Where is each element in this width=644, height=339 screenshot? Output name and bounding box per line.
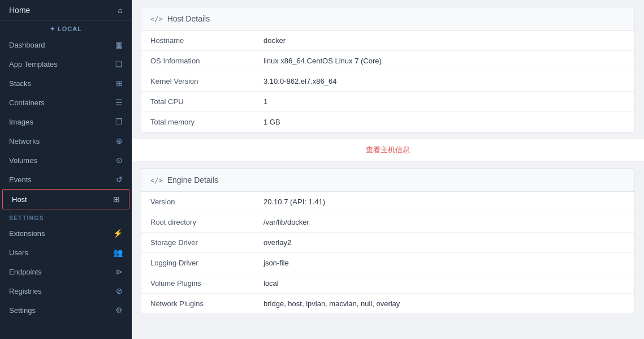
row-label: Network Plugins [141,294,254,314]
sidebar-item-label-registries: Registries [9,287,42,295]
engine-details-title: Engine Details [167,175,218,184]
sidebar-item-label-dashboard: Dashboard [9,41,45,49]
sidebar-item-label-events: Events [9,175,32,184]
row-value: bridge, host, ipvlan, macvlan, null, ove… [254,294,634,314]
endpoints-icon: ⊳ [116,267,123,276]
settings-icon: ⚙ [115,306,123,315]
engine-details-header: Engine Details [141,169,634,192]
table-row: Total memory 1 GB [141,112,634,132]
sidebar-item-label-endpoints: Endpoints [9,268,42,276]
sidebar-item-volumes[interactable]: Volumes ⊙ [0,151,132,170]
row-value: 3.10.0-862.el7.x86_64 [254,71,634,92]
layers-icon: ❏ [115,59,123,68]
sidebar-item-extensions[interactable]: Extensions ⚡ [0,224,132,243]
local-label: ✦ LOCAL [0,21,132,35]
row-value: 1 [254,92,634,112]
home-icon [118,6,123,15]
engine-details-icon [150,176,163,184]
view-host-link[interactable]: 查看主机信息 [132,139,644,161]
row-value: overlay2 [254,233,634,253]
row-value: docker [254,31,634,51]
row-value: 1 GB [254,112,634,132]
sidebar-item-label-settings: Settings [9,306,36,315]
table-row: Storage Driver overlay2 [141,233,634,253]
host-details-icon [150,15,163,23]
sidebar: Home ✦ LOCAL Dashboard ▦ App Templates ❏… [0,0,132,339]
settings-section-label: SETTINGS [0,209,132,224]
sidebar-item-label-host: Host [12,195,27,204]
table-row: Volume Plugins local [141,273,634,294]
sidebar-item-events[interactable]: Events ↺ [0,170,132,189]
event-icon: ↺ [116,175,123,184]
sidebar-item-images[interactable]: Images ❒ [0,112,132,131]
volume-icon: ⊙ [116,156,123,165]
table-row: Hostname docker [141,31,634,51]
sidebar-item-label-volumes: Volumes [9,156,37,165]
sidebar-item-endpoints[interactable]: Endpoints ⊳ [0,262,132,281]
table-row: OS Information linux x86_64 CentOS Linux… [141,51,634,71]
main-content: Host Details Hostname docker OS Informat… [132,0,644,339]
row-label: Kernel Version [141,71,254,92]
table-row: Kernel Version 3.10.0-862.el7.x86_64 [141,71,634,92]
row-value: /var/lib/docker [254,212,634,233]
row-value: json-file [254,253,634,273]
engine-details-card: Engine Details Version 20.10.7 (API: 1.4… [141,168,635,314]
sidebar-item-app-templates[interactable]: App Templates ❏ [0,54,132,74]
sidebar-item-label-extensions: Extensions [9,229,45,238]
sidebar-item-users[interactable]: Users 👥 [0,243,132,262]
sidebar-item-containers[interactable]: Containers ☰ [0,93,132,112]
sidebar-item-label-networks: Networks [9,137,40,145]
row-label: Logging Driver [141,253,254,273]
users-icon: 👥 [113,248,123,257]
ext-icon: ⚡ [113,229,123,238]
table-row: Root directory /var/lib/docker [141,212,634,233]
sidebar-item-registries[interactable]: Registries ⊘ [0,281,132,301]
host-icon: ⊞ [113,195,120,204]
table-row: Version 20.10.7 (API: 1.41) [141,192,634,212]
row-label: Storage Driver [141,233,254,253]
row-label: Total memory [141,112,254,132]
host-details-table: Hostname docker OS Information linux x86… [141,31,634,132]
row-label: Total CPU [141,92,254,112]
sidebar-item-host[interactable]: Host ⊞ [2,189,129,209]
container-icon: ☰ [115,98,123,107]
sidebar-item-label-images: Images [9,118,33,126]
sidebar-item-settings[interactable]: Settings ⚙ [0,301,132,320]
settings-nav: Extensions ⚡ Users 👥 Endpoints ⊳ Registr… [0,224,132,320]
image-icon: ❒ [115,117,123,126]
engine-details-table: Version 20.10.7 (API: 1.41) Root directo… [141,192,634,314]
stack-icon: ⊞ [116,79,123,88]
home-label: Home [9,6,30,15]
sidebar-item-label-containers: Containers [9,98,45,107]
table-row: Total CPU 1 [141,92,634,112]
registries-icon: ⊘ [116,286,123,295]
host-details-card: Host Details Hostname docker OS Informat… [141,7,635,132]
sidebar-item-networks[interactable]: Networks ⊕ [0,131,132,151]
table-row: Logging Driver json-file [141,253,634,273]
sidebar-item-dashboard[interactable]: Dashboard ▦ [0,35,132,54]
row-label: Hostname [141,31,254,51]
row-label: Root directory [141,212,254,233]
row-label: Version [141,192,254,212]
sidebar-item-label-app-templates: App Templates [9,60,58,68]
table-row: Network Plugins bridge, host, ipvlan, ma… [141,294,634,314]
sidebar-home[interactable]: Home [0,0,132,21]
host-details-title: Host Details [167,14,210,23]
row-label: OS Information [141,51,254,71]
sidebar-item-label-users: Users [9,248,28,257]
sidebar-item-stacks[interactable]: Stacks ⊞ [0,74,132,93]
sidebar-nav: Dashboard ▦ App Templates ❏ Stacks ⊞ Con… [0,35,132,209]
row-value: 20.10.7 (API: 1.41) [254,192,634,212]
row-value: linux x86_64 CentOS Linux 7 (Core) [254,51,634,71]
row-value: local [254,273,634,294]
network-icon: ⊕ [116,136,123,145]
host-details-header: Host Details [141,7,634,31]
sidebar-item-label-stacks: Stacks [9,79,31,88]
grid-icon: ▦ [115,40,123,49]
row-label: Volume Plugins [141,273,254,294]
